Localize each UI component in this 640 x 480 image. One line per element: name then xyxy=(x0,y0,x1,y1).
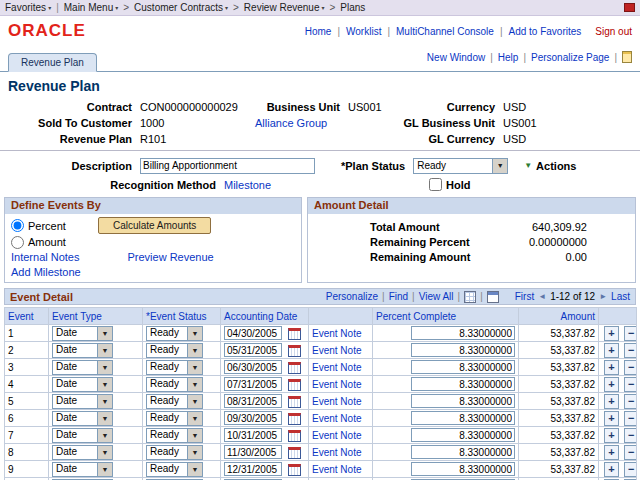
view-all-link[interactable]: View All xyxy=(419,291,454,302)
add-row-button[interactable]: + xyxy=(604,326,619,341)
event-status-select[interactable]: Ready ▼ xyxy=(146,360,203,375)
add-row-button[interactable]: + xyxy=(604,394,619,409)
menu-customer-contracts[interactable]: Customer Contracts ▾ xyxy=(134,2,228,13)
recognition-method-link[interactable]: Milestone xyxy=(224,179,271,191)
accounting-date-input[interactable] xyxy=(224,326,282,340)
nav-worklist-link[interactable]: Worklist xyxy=(346,26,381,37)
add-row-button[interactable]: + xyxy=(604,411,619,426)
nav-home-link[interactable]: Home xyxy=(305,26,332,37)
percent-complete-input[interactable] xyxy=(411,394,515,408)
percent-complete-input[interactable] xyxy=(411,326,515,340)
add-row-button[interactable]: + xyxy=(604,343,619,358)
nav-multichannel-console-link[interactable]: MultiChannel Console xyxy=(396,26,494,37)
download-to-excel-icon[interactable] xyxy=(464,291,476,303)
column-event[interactable]: Event xyxy=(5,308,49,325)
calendar-icon[interactable] xyxy=(288,362,301,374)
add-row-button[interactable]: + xyxy=(604,462,619,477)
plan-status-select[interactable]: Ready ▼ xyxy=(413,158,508,174)
event-status-select[interactable]: Ready ▼ xyxy=(146,428,203,443)
event-status-select[interactable]: Ready ▼ xyxy=(146,462,203,477)
percent-complete-input[interactable] xyxy=(411,445,515,459)
menu-main-menu[interactable]: Main Menu ▾ xyxy=(64,2,118,13)
event-type-select[interactable]: Date ▼ xyxy=(52,377,113,392)
event-note-link[interactable]: Event Note xyxy=(312,430,361,441)
percent-complete-input[interactable] xyxy=(411,428,515,442)
event-type-select[interactable]: Date ▼ xyxy=(52,428,113,443)
event-note-link[interactable]: Event Note xyxy=(312,413,361,424)
percent-complete-input[interactable] xyxy=(411,377,515,391)
accounting-date-input[interactable] xyxy=(224,428,282,442)
column-percent-complete[interactable]: Percent Complete xyxy=(373,308,519,325)
menu-review-revenue[interactable]: Review Revenue ▾ xyxy=(244,2,325,13)
delete-row-button[interactable]: − xyxy=(624,326,637,341)
accounting-date-input[interactable] xyxy=(224,411,282,425)
event-note-link[interactable]: Event Note xyxy=(312,362,361,373)
event-type-select[interactable]: Date ▼ xyxy=(52,411,113,426)
column-amount[interactable]: Amount xyxy=(519,308,599,325)
event-note-link[interactable]: Event Note xyxy=(312,328,361,339)
event-status-select[interactable]: Ready ▼ xyxy=(146,394,203,409)
zoom-grid-icon[interactable] xyxy=(487,291,499,303)
calendar-icon[interactable] xyxy=(288,464,301,476)
calendar-icon[interactable] xyxy=(288,379,301,391)
delete-row-button[interactable]: − xyxy=(624,394,637,409)
event-status-select[interactable]: Ready ▼ xyxy=(146,326,203,341)
accounting-date-input[interactable] xyxy=(224,360,282,374)
column-event-status[interactable]: *Event Status xyxy=(143,308,221,325)
calendar-icon[interactable] xyxy=(288,345,301,357)
first-link[interactable]: First xyxy=(515,291,534,302)
column-event-type[interactable]: Event Type xyxy=(49,308,143,325)
accounting-date-input[interactable] xyxy=(224,462,282,476)
event-type-select[interactable]: Date ▼ xyxy=(52,360,113,375)
percent-complete-input[interactable] xyxy=(411,411,515,425)
event-status-select[interactable]: Ready ▼ xyxy=(146,411,203,426)
calendar-icon[interactable] xyxy=(288,413,301,425)
description-input[interactable] xyxy=(140,158,315,174)
copy-url-icon[interactable] xyxy=(622,51,632,63)
calendar-icon[interactable] xyxy=(288,447,301,459)
event-type-select[interactable]: Date ▼ xyxy=(52,326,113,341)
actions-label[interactable]: Actions xyxy=(536,160,576,172)
alert-icon[interactable] xyxy=(624,3,635,12)
hold-checkbox[interactable] xyxy=(429,178,442,191)
percent-complete-input[interactable] xyxy=(411,343,515,357)
accounting-date-input[interactable] xyxy=(224,343,282,357)
event-note-link[interactable]: Event Note xyxy=(312,396,361,407)
accounting-date-input[interactable] xyxy=(224,445,282,459)
add-row-button[interactable]: + xyxy=(604,360,619,375)
accounting-date-input[interactable] xyxy=(224,394,282,408)
calendar-icon[interactable] xyxy=(288,396,301,408)
calculate-amounts-button[interactable]: Calculate Amounts xyxy=(98,217,211,234)
event-type-select[interactable]: Date ▼ xyxy=(52,462,113,477)
previous-page-icon[interactable]: ◄ xyxy=(538,292,546,301)
event-note-link[interactable]: Event Note xyxy=(312,447,361,458)
amount-radio[interactable] xyxy=(11,236,24,249)
nav-add-to-favorites-link[interactable]: Add to Favorites xyxy=(508,26,581,37)
calendar-icon[interactable] xyxy=(288,430,301,442)
delete-row-button[interactable]: − xyxy=(624,411,637,426)
add-row-button[interactable]: + xyxy=(604,377,619,392)
internal-notes-link[interactable]: Internal Notes xyxy=(11,251,79,263)
add-milestone-link[interactable]: Add Milestone xyxy=(11,266,81,278)
new-window-link[interactable]: New Window xyxy=(427,52,485,63)
event-type-select[interactable]: Date ▼ xyxy=(52,445,113,460)
percent-complete-input[interactable] xyxy=(411,462,515,476)
event-status-select[interactable]: Ready ▼ xyxy=(146,377,203,392)
help-link[interactable]: Help xyxy=(498,52,519,63)
actions-dropdown-icon[interactable]: ▼ xyxy=(524,161,532,170)
sign-out-link[interactable]: Sign out xyxy=(595,26,632,37)
next-page-icon[interactable]: ► xyxy=(599,292,607,301)
customer-name-link[interactable]: Alliance Group xyxy=(255,117,327,129)
personalize-link[interactable]: Personalize xyxy=(326,291,378,302)
add-row-button[interactable]: + xyxy=(604,428,619,443)
accounting-date-input[interactable] xyxy=(224,377,282,391)
personalize-page-link[interactable]: Personalize Page xyxy=(531,52,609,63)
last-link[interactable]: Last xyxy=(611,291,630,302)
delete-row-button[interactable]: − xyxy=(624,377,637,392)
delete-row-button[interactable]: − xyxy=(624,445,637,460)
event-status-select[interactable]: Ready ▼ xyxy=(146,445,203,460)
event-type-select[interactable]: Date ▼ xyxy=(52,343,113,358)
event-status-select[interactable]: Ready ▼ xyxy=(146,343,203,358)
preview-revenue-link[interactable]: Preview Revenue xyxy=(127,251,213,263)
percent-complete-input[interactable] xyxy=(411,360,515,374)
